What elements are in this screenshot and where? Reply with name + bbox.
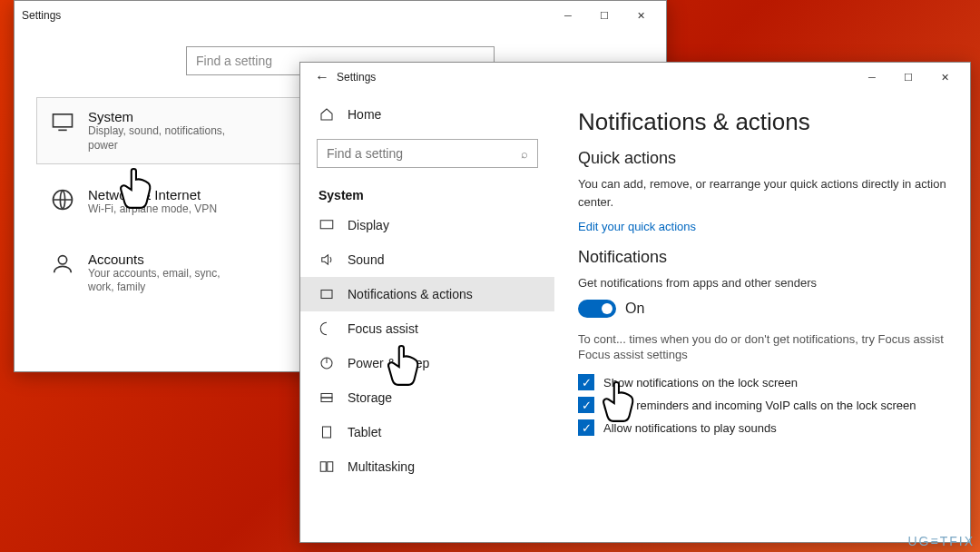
- close-button[interactable]: ✕: [926, 63, 963, 92]
- checkbox-icon: ✓: [578, 374, 594, 390]
- sidebar-tablet[interactable]: Tablet: [300, 415, 554, 449]
- home-icon: [318, 106, 335, 123]
- close-button[interactable]: ✕: [622, 1, 659, 30]
- sidebar: Home Find a setting ⌕ System Display Sou…: [300, 92, 554, 542]
- edit-quick-actions-link[interactable]: Edit your quick actions: [578, 220, 946, 233]
- tile-sub: Display, sound, notifications, power: [88, 124, 242, 153]
- tile-accounts[interactable]: AccountsYour accounts, email, sync, work…: [36, 240, 327, 307]
- maximize-button[interactable]: ☐: [586, 1, 622, 30]
- focus-hint: To cont... times when you do or don't ge…: [578, 330, 946, 349]
- window-title: Settings: [337, 71, 376, 84]
- power-icon: [318, 355, 335, 371]
- sidebar-focus-assist[interactable]: Focus assist: [300, 311, 554, 346]
- section-header: System: [300, 179, 554, 208]
- settings-system-window: ← Settings ─ ☐ ✕ Home Find a setting ⌕ S…: [299, 62, 971, 543]
- focus-assist-link[interactable]: Focus assist settings: [578, 348, 946, 361]
- quick-actions-desc: You can add, remove, or rearrange your q…: [578, 175, 946, 211]
- sidebar-display[interactable]: Display: [300, 208, 554, 242]
- sidebar-notifications[interactable]: Notifications & actions: [300, 277, 554, 311]
- svg-rect-6: [320, 221, 333, 229]
- page-title: Notifications & actions: [578, 108, 946, 136]
- checkbox-reminders[interactable]: ✓Show reminders and incoming VoIP calls …: [578, 397, 946, 413]
- search-placeholder: Find a setting: [196, 54, 272, 68]
- svg-rect-7: [321, 291, 332, 299]
- sidebar-multitasking[interactable]: Multitasking: [300, 449, 554, 484]
- storage-icon: [318, 389, 335, 406]
- checkbox-icon: ✓: [578, 397, 594, 413]
- system-icon: [50, 109, 75, 134]
- toggle-label: On: [625, 301, 644, 317]
- minimize-button[interactable]: ─: [550, 1, 586, 30]
- sidebar-sound[interactable]: Sound: [300, 242, 554, 277]
- sidebar-storage[interactable]: Storage: [300, 380, 554, 415]
- checkbox-icon: ✓: [578, 419, 594, 436]
- content-pane: Notifications & actions Quick actions Yo…: [554, 92, 970, 542]
- notifications-icon: [318, 286, 335, 302]
- svg-point-4: [58, 255, 66, 263]
- maximize-button[interactable]: ☐: [890, 63, 926, 92]
- sound-icon: [318, 251, 335, 268]
- minimize-button[interactable]: ─: [854, 63, 890, 92]
- svg-rect-11: [323, 427, 331, 438]
- sidebar-power-sleep[interactable]: Power & sleep: [300, 346, 554, 380]
- multitasking-icon: [318, 458, 335, 475]
- window-title: Settings: [22, 9, 61, 22]
- network-icon: [50, 187, 75, 212]
- display-icon: [318, 217, 335, 233]
- notifications-desc: Get notifications from apps and other se…: [578, 274, 946, 292]
- notifications-toggle[interactable]: [578, 300, 616, 318]
- quick-actions-header: Quick actions: [578, 149, 946, 168]
- tile-system[interactable]: SystemDisplay, sound, notifications, pow…: [36, 97, 327, 164]
- svg-rect-0: [54, 114, 73, 127]
- watermark: UG≡TFIX: [908, 534, 975, 548]
- accounts-icon: [50, 251, 75, 277]
- focus-icon: [318, 320, 335, 337]
- titlebar: ← Settings ─ ☐ ✕: [300, 63, 970, 92]
- notifications-header: Notifications: [578, 248, 946, 267]
- search-icon: ⌕: [521, 147, 528, 161]
- checkbox-sounds[interactable]: ✓Allow notifications to play sounds: [578, 419, 946, 436]
- svg-rect-12: [320, 462, 326, 472]
- tile-title: System: [88, 109, 242, 124]
- svg-rect-10: [321, 398, 332, 402]
- search-input[interactable]: Find a setting ⌕: [317, 139, 538, 168]
- sidebar-home[interactable]: Home: [300, 97, 554, 132]
- titlebar: Settings ─ ☐ ✕: [15, 1, 666, 30]
- back-button[interactable]: ←: [308, 69, 337, 85]
- svg-rect-9: [321, 394, 332, 399]
- tablet-icon: [318, 424, 335, 440]
- tile-network[interactable]: Network & InternetWi-Fi, airplane mode, …: [36, 175, 327, 229]
- svg-rect-13: [328, 462, 333, 472]
- checkbox-lock-screen[interactable]: ✓Show notifications on the lock screen: [578, 374, 946, 390]
